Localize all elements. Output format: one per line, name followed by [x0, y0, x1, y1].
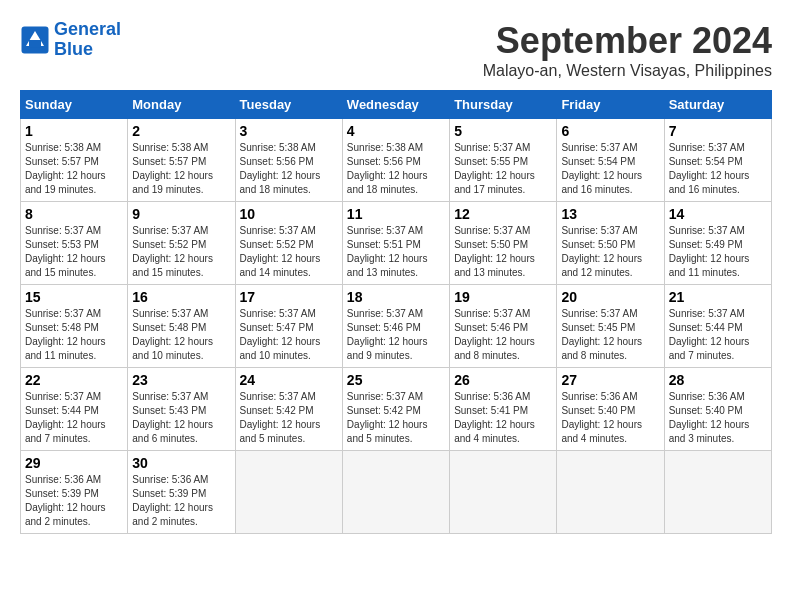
logo-text: General Blue — [54, 20, 121, 60]
day-number: 8 — [25, 206, 123, 222]
day-detail: Sunrise: 5:37 AM Sunset: 5:47 PM Dayligh… — [240, 307, 338, 363]
header-row: SundayMondayTuesdayWednesdayThursdayFrid… — [21, 91, 772, 119]
day-detail: Sunrise: 5:37 AM Sunset: 5:51 PM Dayligh… — [347, 224, 445, 280]
day-number: 24 — [240, 372, 338, 388]
day-cell: 20Sunrise: 5:37 AM Sunset: 5:45 PM Dayli… — [557, 285, 664, 368]
logo-general: General — [54, 19, 121, 39]
location-title: Malayo-an, Western Visayas, Philippines — [483, 62, 772, 80]
col-header-saturday: Saturday — [664, 91, 771, 119]
day-cell: 7Sunrise: 5:37 AM Sunset: 5:54 PM Daylig… — [664, 119, 771, 202]
day-detail: Sunrise: 5:37 AM Sunset: 5:50 PM Dayligh… — [454, 224, 552, 280]
day-detail: Sunrise: 5:37 AM Sunset: 5:49 PM Dayligh… — [669, 224, 767, 280]
day-number: 4 — [347, 123, 445, 139]
day-number: 9 — [132, 206, 230, 222]
day-cell: 22Sunrise: 5:37 AM Sunset: 5:44 PM Dayli… — [21, 368, 128, 451]
day-cell: 2Sunrise: 5:38 AM Sunset: 5:57 PM Daylig… — [128, 119, 235, 202]
day-number: 20 — [561, 289, 659, 305]
day-cell: 15Sunrise: 5:37 AM Sunset: 5:48 PM Dayli… — [21, 285, 128, 368]
day-cell: 3Sunrise: 5:38 AM Sunset: 5:56 PM Daylig… — [235, 119, 342, 202]
month-title: September 2024 — [483, 20, 772, 62]
week-row-1: 1Sunrise: 5:38 AM Sunset: 5:57 PM Daylig… — [21, 119, 772, 202]
day-detail: Sunrise: 5:36 AM Sunset: 5:40 PM Dayligh… — [561, 390, 659, 446]
day-detail: Sunrise: 5:37 AM Sunset: 5:54 PM Dayligh… — [669, 141, 767, 197]
day-number: 2 — [132, 123, 230, 139]
day-number: 1 — [25, 123, 123, 139]
logo-blue: Blue — [54, 39, 93, 59]
day-detail: Sunrise: 5:36 AM Sunset: 5:40 PM Dayligh… — [669, 390, 767, 446]
day-cell — [342, 451, 449, 534]
day-detail: Sunrise: 5:37 AM Sunset: 5:50 PM Dayligh… — [561, 224, 659, 280]
day-detail: Sunrise: 5:37 AM Sunset: 5:52 PM Dayligh… — [240, 224, 338, 280]
day-number: 21 — [669, 289, 767, 305]
day-cell: 28Sunrise: 5:36 AM Sunset: 5:40 PM Dayli… — [664, 368, 771, 451]
day-number: 30 — [132, 455, 230, 471]
week-row-5: 29Sunrise: 5:36 AM Sunset: 5:39 PM Dayli… — [21, 451, 772, 534]
day-number: 12 — [454, 206, 552, 222]
day-number: 10 — [240, 206, 338, 222]
day-number: 23 — [132, 372, 230, 388]
day-number: 17 — [240, 289, 338, 305]
day-cell: 9Sunrise: 5:37 AM Sunset: 5:52 PM Daylig… — [128, 202, 235, 285]
day-cell: 16Sunrise: 5:37 AM Sunset: 5:48 PM Dayli… — [128, 285, 235, 368]
day-number: 16 — [132, 289, 230, 305]
col-header-tuesday: Tuesday — [235, 91, 342, 119]
day-number: 5 — [454, 123, 552, 139]
day-number: 28 — [669, 372, 767, 388]
day-cell — [664, 451, 771, 534]
week-row-4: 22Sunrise: 5:37 AM Sunset: 5:44 PM Dayli… — [21, 368, 772, 451]
day-cell — [235, 451, 342, 534]
day-cell: 4Sunrise: 5:38 AM Sunset: 5:56 PM Daylig… — [342, 119, 449, 202]
day-detail: Sunrise: 5:38 AM Sunset: 5:56 PM Dayligh… — [240, 141, 338, 197]
col-header-friday: Friday — [557, 91, 664, 119]
calendar-header: SundayMondayTuesdayWednesdayThursdayFrid… — [21, 91, 772, 119]
week-row-3: 15Sunrise: 5:37 AM Sunset: 5:48 PM Dayli… — [21, 285, 772, 368]
day-cell: 25Sunrise: 5:37 AM Sunset: 5:42 PM Dayli… — [342, 368, 449, 451]
day-detail: Sunrise: 5:38 AM Sunset: 5:57 PM Dayligh… — [132, 141, 230, 197]
day-cell: 14Sunrise: 5:37 AM Sunset: 5:49 PM Dayli… — [664, 202, 771, 285]
day-cell: 5Sunrise: 5:37 AM Sunset: 5:55 PM Daylig… — [450, 119, 557, 202]
day-cell: 30Sunrise: 5:36 AM Sunset: 5:39 PM Dayli… — [128, 451, 235, 534]
day-detail: Sunrise: 5:36 AM Sunset: 5:39 PM Dayligh… — [132, 473, 230, 529]
page-header: General Blue September 2024 Malayo-an, W… — [20, 20, 772, 80]
day-detail: Sunrise: 5:37 AM Sunset: 5:48 PM Dayligh… — [25, 307, 123, 363]
day-number: 6 — [561, 123, 659, 139]
svg-rect-2 — [29, 40, 41, 48]
day-number: 7 — [669, 123, 767, 139]
calendar-table: SundayMondayTuesdayWednesdayThursdayFrid… — [20, 90, 772, 534]
day-cell: 11Sunrise: 5:37 AM Sunset: 5:51 PM Dayli… — [342, 202, 449, 285]
week-row-2: 8Sunrise: 5:37 AM Sunset: 5:53 PM Daylig… — [21, 202, 772, 285]
day-detail: Sunrise: 5:36 AM Sunset: 5:41 PM Dayligh… — [454, 390, 552, 446]
day-cell: 18Sunrise: 5:37 AM Sunset: 5:46 PM Dayli… — [342, 285, 449, 368]
title-block: September 2024 Malayo-an, Western Visaya… — [483, 20, 772, 80]
day-number: 18 — [347, 289, 445, 305]
day-cell: 19Sunrise: 5:37 AM Sunset: 5:46 PM Dayli… — [450, 285, 557, 368]
day-detail: Sunrise: 5:37 AM Sunset: 5:54 PM Dayligh… — [561, 141, 659, 197]
col-header-wednesday: Wednesday — [342, 91, 449, 119]
col-header-thursday: Thursday — [450, 91, 557, 119]
day-detail: Sunrise: 5:37 AM Sunset: 5:45 PM Dayligh… — [561, 307, 659, 363]
day-detail: Sunrise: 5:37 AM Sunset: 5:46 PM Dayligh… — [347, 307, 445, 363]
day-cell: 27Sunrise: 5:36 AM Sunset: 5:40 PM Dayli… — [557, 368, 664, 451]
day-number: 26 — [454, 372, 552, 388]
day-number: 3 — [240, 123, 338, 139]
day-number: 29 — [25, 455, 123, 471]
day-detail: Sunrise: 5:37 AM Sunset: 5:44 PM Dayligh… — [669, 307, 767, 363]
day-detail: Sunrise: 5:37 AM Sunset: 5:55 PM Dayligh… — [454, 141, 552, 197]
col-header-monday: Monday — [128, 91, 235, 119]
day-detail: Sunrise: 5:37 AM Sunset: 5:53 PM Dayligh… — [25, 224, 123, 280]
day-cell: 21Sunrise: 5:37 AM Sunset: 5:44 PM Dayli… — [664, 285, 771, 368]
day-detail: Sunrise: 5:38 AM Sunset: 5:57 PM Dayligh… — [25, 141, 123, 197]
day-cell: 13Sunrise: 5:37 AM Sunset: 5:50 PM Dayli… — [557, 202, 664, 285]
day-detail: Sunrise: 5:37 AM Sunset: 5:43 PM Dayligh… — [132, 390, 230, 446]
day-number: 11 — [347, 206, 445, 222]
day-cell: 1Sunrise: 5:38 AM Sunset: 5:57 PM Daylig… — [21, 119, 128, 202]
day-cell: 12Sunrise: 5:37 AM Sunset: 5:50 PM Dayli… — [450, 202, 557, 285]
day-cell: 26Sunrise: 5:36 AM Sunset: 5:41 PM Dayli… — [450, 368, 557, 451]
day-detail: Sunrise: 5:36 AM Sunset: 5:39 PM Dayligh… — [25, 473, 123, 529]
day-number: 22 — [25, 372, 123, 388]
day-number: 19 — [454, 289, 552, 305]
day-cell: 10Sunrise: 5:37 AM Sunset: 5:52 PM Dayli… — [235, 202, 342, 285]
day-detail: Sunrise: 5:37 AM Sunset: 5:44 PM Dayligh… — [25, 390, 123, 446]
day-detail: Sunrise: 5:37 AM Sunset: 5:52 PM Dayligh… — [132, 224, 230, 280]
day-number: 27 — [561, 372, 659, 388]
